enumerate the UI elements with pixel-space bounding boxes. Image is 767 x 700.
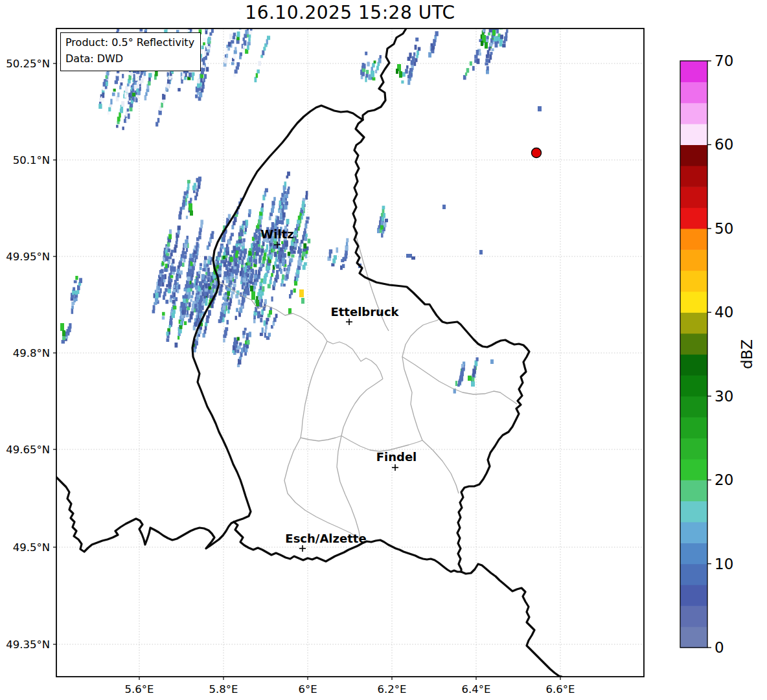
- x-tick-label: 5.6°E: [125, 683, 154, 695]
- product-info-line: Product: 0.5° Reflectivity: [65, 35, 194, 51]
- colorbar-tick-label: 40: [715, 304, 733, 321]
- x-tick-label: 5.8°E: [209, 683, 238, 695]
- city-wiltz: Wiltz: [260, 227, 293, 248]
- y-tick-label: 49.95°N: [6, 251, 50, 263]
- x-tick-label: 6°E: [298, 683, 317, 695]
- colorbar-tick-label: 30: [715, 388, 733, 405]
- y-tick-label: 50.25°N: [6, 58, 50, 70]
- city-findel: Findel: [376, 450, 417, 471]
- y-tick-label: 49.5°N: [13, 541, 50, 554]
- radar-map-figure: WiltzEttelbruckFindelEsch/Alzette5.6°E5.…: [0, 0, 767, 700]
- x-tick-label: 6.6°E: [546, 683, 575, 695]
- colorbar-units-label: dBZ: [738, 339, 755, 369]
- colorbar-tick-label: 70: [715, 52, 733, 69]
- city-name-label: Esch/Alzette: [285, 532, 366, 545]
- x-tick-label: 6.2°E: [378, 683, 407, 695]
- grid-lines: [56, 28, 644, 677]
- colorbar-tick-label: 60: [715, 136, 733, 153]
- product-info-box: Product: 0.5° Reflectivity Data: DWD: [60, 32, 201, 71]
- city-esch-alzette: Esch/Alzette: [285, 532, 366, 552]
- colorbar-tick-label: 20: [715, 471, 733, 488]
- radar-map-page: 16.10.2025 15:28 UTC WiltzEttelbruckFind…: [0, 0, 767, 700]
- colorbar-tick-label: 10: [715, 556, 733, 572]
- y-tick-label: 49.65°N: [6, 444, 50, 456]
- city-name-label: Ettelbruck: [330, 305, 399, 319]
- x-tick-label: 6.4°E: [462, 683, 491, 695]
- colorbar-tick-label: 0: [715, 639, 724, 656]
- y-tick-label: 50.1°N: [13, 154, 50, 166]
- data-source-line: Data: DWD: [65, 51, 194, 67]
- y-tick-label: 49.35°N: [6, 638, 50, 651]
- y-tick-label: 49.8°N: [13, 347, 50, 359]
- colorbar-tick-label: 50: [715, 220, 733, 237]
- city-name-label: Wiltz: [260, 227, 293, 241]
- radar-site-marker: [532, 148, 542, 158]
- colorbar: 010203040506070dBZ: [680, 52, 755, 656]
- axis-ticks-and-labels: 5.6°E5.8°E6°E6.2°E6.4°E6.6°E50.25°N50.1°…: [6, 58, 575, 695]
- city-ettelbruck: Ettelbruck: [330, 305, 399, 325]
- city-name-label: Findel: [376, 450, 417, 464]
